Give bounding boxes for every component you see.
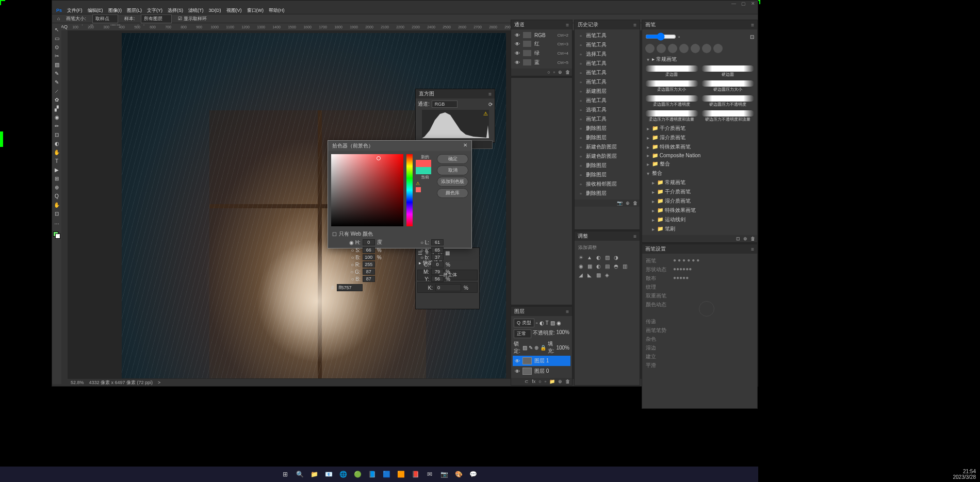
adjustment-icons[interactable]: ◢◣▩◈ [576,271,638,279]
tool-22[interactable]: … [53,219,60,226]
brush-folder[interactable]: ▸📁 干介质画笔 [644,124,756,133]
brush-preset-row[interactable]: 柔边压力不透明度和流量硬边压力不透明度和流量 [644,109,756,124]
menu-select[interactable]: 选择(S) [168,7,183,14]
layer-row[interactable]: 👁 图层 0 [513,366,570,376]
color-picker-dialog[interactable]: 拾色器（前景色） ✕ 新的 当前 ⚠ 确定 取消 添加到色板 颜色库 ☐只有 W… [328,140,472,248]
history-step[interactable]: ▫删除图层 [576,170,638,179]
layer-row[interactable]: 👁 图层 1 [513,356,570,366]
tool-16[interactable]: ▶ [53,166,60,173]
history-step[interactable]: ▫删除图层 [576,124,638,133]
tool-5[interactable]: ✎ [53,70,60,77]
taskbar-app-icon[interactable]: 📕 [409,468,421,480]
layer-kind-filter[interactable]: Q 类型 [514,319,534,327]
web-only-checkbox[interactable]: ☐ [332,231,337,237]
history-step[interactable]: ▫画笔工具 [576,40,638,49]
g-input[interactable] [363,269,375,275]
menu-window[interactable]: 窗口(W) [247,7,264,14]
taskbar-app-icon[interactable]: 💬 [467,468,479,480]
tool-20[interactable]: ✋ [53,201,60,208]
tool-3[interactable]: ✂ [53,52,60,59]
brush-subfolder[interactable]: ▸📁 运动线剑 [649,215,756,224]
hue-slider[interactable] [406,154,413,226]
saturation-value-field[interactable] [331,154,403,226]
sample-layers-dropdown[interactable]: 所有图层 [141,14,172,23]
taskbar-app-icon[interactable]: ✉ [423,468,436,480]
l-input[interactable] [431,239,444,245]
brush-folder[interactable]: ▾整合 [644,169,756,178]
taskbar-app-icon[interactable]: 🌐 [337,468,349,480]
channel-row[interactable]: 👁绿Ctrl+4 [513,48,570,58]
tool-13[interactable]: ◐ [53,140,60,147]
taskbar-app-icon[interactable]: 🟧 [395,468,407,480]
tool-14[interactable]: ✋ [53,148,60,156]
home-icon[interactable]: ⌂ [57,16,60,21]
panel-menu-icon[interactable]: ≡ [633,22,636,28]
tool-2[interactable]: ⊙ [53,43,60,51]
refresh-icon[interactable]: ⟳ [488,102,493,107]
visibility-icon[interactable]: 👁 [515,369,520,374]
history-step[interactable]: ▫画笔工具 [576,96,638,105]
cancel-button[interactable]: 取消 [437,165,468,175]
tool-18[interactable]: ⊕ [53,184,60,191]
channel-row[interactable]: 👁RGBCtrl+2 [513,31,570,39]
menu-layer[interactable]: 图层(L) [127,7,142,14]
channel-row[interactable]: 👁蓝Ctrl+5 [513,58,570,67]
histogram-channel-dropdown[interactable]: RGB [432,101,458,108]
taskbar-app-icon[interactable]: 🎨 [452,468,465,480]
history-step[interactable]: ▫删除图层 [576,189,638,198]
bval-input[interactable] [363,254,375,260]
a-input[interactable] [431,247,444,253]
tool-4[interactable]: ▨ [53,61,60,68]
history-step[interactable]: ▫画笔工具 [576,114,638,124]
tool-0[interactable]: ↖ [53,26,60,33]
b2-input[interactable] [431,254,444,260]
maximize-button[interactable]: ▢ [741,1,746,6]
history-step[interactable]: ▫画笔工具 [576,77,638,87]
brush-folder[interactable]: ▸📁 整合 [644,159,756,169]
fill-value[interactable]: 100% [556,345,569,351]
close-button[interactable]: ✕ [751,1,755,6]
panel-menu-icon[interactable]: ≡ [566,22,569,28]
tool-11[interactable]: ✏ [53,122,60,129]
current-color-swatch[interactable] [416,167,431,174]
taskbar-app-icon[interactable]: 📁 [308,468,320,480]
brush-subfolder[interactable]: ▸📁 常规画笔 [649,178,756,187]
history-step[interactable]: ▫画笔工具 [576,59,638,68]
taskbar-app-icon[interactable]: 📘 [366,468,378,480]
tool-12[interactable]: ⊡ [53,131,60,138]
brush-subfolder[interactable]: ▸📁 笔刷 [649,224,756,234]
history-step[interactable]: ▫选择工具 [576,49,638,59]
history-step[interactable]: ▫画笔工具 [576,68,638,77]
menu-edit[interactable]: 编辑(E) [88,7,103,14]
brush-tip-thumbs[interactable] [644,42,756,55]
brush-folder[interactable]: ▾▸ 常规画笔 [644,55,756,64]
tool-19[interactable]: Q [53,192,60,200]
brush-folder[interactable]: ▸📁 湿介质画笔 [644,133,756,142]
brush-subfolder[interactable]: ▸📁 湿介质画笔 [649,196,756,206]
histogram-panel[interactable]: 直方图≡ 通道: RGB ⟳ ⚠ 源: 整个图像 [415,89,495,143]
brush-subfolder[interactable]: ▸📁 干介质画笔 [649,187,756,196]
taskbar-app-icon[interactable]: 🟦 [380,468,393,480]
system-clock[interactable]: 21:54 2023/3/28 [953,469,976,480]
brush-folder[interactable]: ▸📁 Composite Nation [644,152,756,159]
show-ring-checkbox[interactable]: ☑ 显示取样环 [178,15,207,22]
brush-subfolder[interactable]: ▸📁 特殊效果画笔 [649,206,756,215]
color-libs-button[interactable]: 颜色库 [437,188,468,198]
brush-folder[interactable]: ▸📁 特殊效果画笔 [644,142,756,152]
history-step[interactable]: ▫画笔工具 [576,31,638,40]
tool-9[interactable]: ▞ [53,105,60,112]
menu-file[interactable]: 文件(F) [67,7,83,14]
m-input[interactable] [431,269,444,275]
brush-preset-row[interactable]: 柔边圆硬边圆 [644,64,756,79]
menu-image[interactable]: 图像(I) [108,7,122,14]
tool-8[interactable]: ✿ [53,96,60,103]
k-input[interactable] [435,284,461,291]
blue-input[interactable] [363,276,375,282]
tool-10[interactable]: ◉ [53,113,60,121]
tool-1[interactable]: ▭ [53,35,60,42]
visibility-icon[interactable]: 👁 [515,358,520,364]
channel-row[interactable]: 👁红Ctrl+3 [513,39,570,48]
taskbar-app-icon[interactable]: 🟢 [351,468,364,480]
history-step[interactable]: ▫删除图层 [576,133,638,142]
history-step[interactable]: ▫新建图层 [576,87,638,96]
